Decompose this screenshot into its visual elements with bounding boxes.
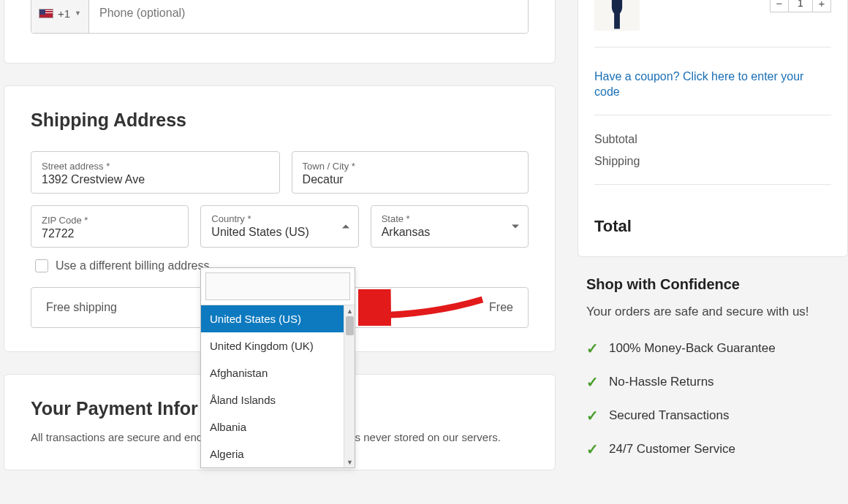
product-thumbnail (594, 0, 640, 31)
country-option[interactable]: Åland Islands (201, 386, 355, 413)
total-row: Total (594, 198, 831, 240)
street-value: 1392 Crestview Ave (42, 173, 269, 186)
coupon-link[interactable]: Have a coupon? Click here to enter your … (594, 70, 803, 98)
scroll-up-icon[interactable]: ▲ (344, 305, 355, 316)
divider (594, 115, 831, 115)
country-option[interactable]: Afghanistan (201, 359, 355, 386)
different-billing-checkbox[interactable] (35, 259, 48, 272)
phone-input[interactable] (89, 0, 528, 33)
zip-field[interactable]: ZIP Code * 72722 (31, 205, 189, 248)
street-address-field[interactable]: Street address * 1392 Crestview Ave (31, 151, 280, 194)
country-option[interactable]: United Kingdom (UK) (201, 332, 355, 359)
country-value: United States (US) (211, 226, 347, 239)
check-icon: ✓ (586, 407, 599, 424)
country-dropdown-panel: United States (US) United Kingdom (UK) A… (200, 267, 355, 468)
order-summary-card: − 1 + Have a coupon? Click here to enter… (578, 0, 848, 257)
subtotal-row: Subtotal (594, 129, 831, 150)
confidence-heading: Shop with Confidence (586, 276, 847, 293)
shipping-row: Shipping (594, 150, 831, 172)
trust-item: ✓ Secured Transactions (586, 407, 847, 424)
phone-prefix-text: +1 (58, 7, 70, 20)
city-label: Town / City * (303, 161, 518, 172)
country-option[interactable]: Algeria (201, 440, 355, 467)
city-value: Decatur (303, 173, 518, 186)
phone-field[interactable]: +1 ▼ (31, 0, 529, 34)
qty-decrease-button[interactable]: − (770, 0, 789, 12)
different-billing-label: Use a different billing address (56, 259, 210, 272)
state-value: Arkansas (382, 226, 518, 239)
trust-item: ✓ No-Hassle Returns (586, 373, 847, 391)
state-label: State * (382, 213, 518, 224)
chevron-up-icon (342, 225, 349, 229)
subtotal-label: Subtotal (594, 133, 637, 146)
trust-item: ✓ 24/7 Customer Service (586, 440, 847, 458)
qty-increase-button[interactable]: + (812, 0, 831, 12)
country-option[interactable]: United States (US) (201, 305, 355, 332)
total-label: Total (594, 202, 632, 236)
country-option-list: United States (US) United Kingdom (UK) A… (201, 305, 355, 467)
chevron-down-icon (512, 225, 519, 229)
qty-value: 1 (789, 0, 812, 12)
confidence-section: Shop with Confidence Your orders are saf… (578, 257, 848, 458)
shipping-heading: Shipping Address (31, 110, 529, 131)
shipping-label: Shipping (594, 155, 640, 168)
check-icon: ✓ (586, 373, 599, 391)
country-option[interactable]: Albania (201, 413, 355, 440)
us-flag-icon (39, 9, 53, 18)
street-label: Street address * (42, 161, 269, 172)
divider (594, 47, 831, 47)
trust-label: 100% Money-Back Guarantee (609, 341, 776, 356)
chevron-down-icon: ▼ (75, 9, 81, 17)
phone-country-prefix[interactable]: +1 ▼ (31, 0, 89, 33)
shipping-option-price: Free (489, 301, 513, 314)
check-icon: ✓ (586, 340, 599, 357)
country-select[interactable]: Country * United States (US) (200, 205, 358, 248)
scroll-thumb[interactable] (346, 316, 354, 335)
trust-label: Secured Transactions (609, 408, 729, 423)
check-icon: ✓ (586, 440, 599, 458)
scroll-down-icon[interactable]: ▼ (344, 457, 355, 467)
scrollbar[interactable]: ▲ ▼ (344, 305, 355, 467)
cart-item-row: − 1 + (594, 0, 831, 47)
zip-value: 72722 (42, 227, 178, 240)
confidence-subtext: Your orders are safe and secure with us! (586, 305, 847, 319)
state-select[interactable]: State * Arkansas (371, 205, 529, 248)
country-search-input[interactable] (205, 272, 350, 300)
zip-label: ZIP Code * (42, 215, 178, 226)
trust-label: 24/7 Customer Service (609, 442, 735, 457)
contact-card: +1 ▼ (4, 0, 556, 64)
trust-label: No-Hassle Returns (609, 375, 714, 389)
divider (594, 184, 831, 185)
shipping-option-label: Free shipping (46, 301, 117, 314)
country-label: Country * (211, 213, 347, 224)
quantity-stepper[interactable]: − 1 + (770, 0, 831, 13)
trust-item: ✓ 100% Money-Back Guarantee (586, 340, 847, 357)
city-field[interactable]: Town / City * Decatur (292, 151, 529, 194)
